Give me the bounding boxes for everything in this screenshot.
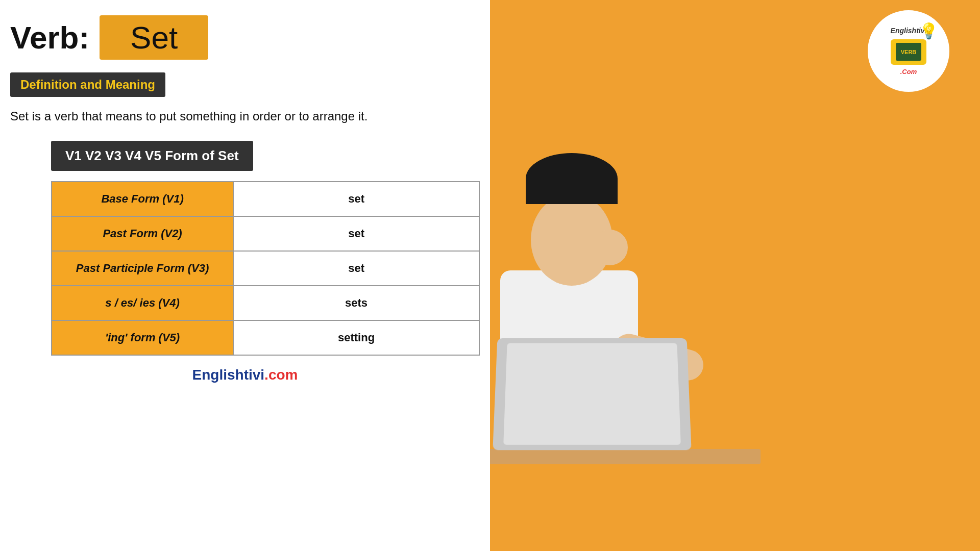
table-row: 'ing' form (V5)setting [52,320,479,355]
footer-brand-red: .com [264,367,298,383]
table-label-cell: Base Form (V1) [52,182,233,216]
logo-tv: VERB [891,39,926,65]
verb-label: Verb: [10,19,89,56]
person-figure-area [490,92,970,551]
table-label-cell: Past Form (V2) [52,216,233,251]
person-hand [592,230,628,265]
right-panel: Englishtivi VERB 💡 .Com [490,0,980,551]
verb-word-box: Set [100,15,208,60]
footer-brand: Englishtivi.com [10,367,480,383]
lightbulb-icon: 💡 [919,22,938,40]
table-label-cell: s / es/ ies (V4) [52,286,233,320]
laptop-body [493,338,691,450]
footer-brand-blue: Englishtivi [192,367,265,383]
verb-title-row: Verb: Set [10,15,480,60]
person-area [490,92,980,551]
verb-word: Set [130,20,178,55]
table-value-cell: setting [233,320,479,355]
logo-tv-screen: VERB [896,43,921,61]
table-value-cell: set [233,251,479,286]
logo-text-bottom: .Com [900,68,917,76]
definition-heading: Definition and Meaning [10,72,165,97]
logo-circle: Englishtivi VERB 💡 .Com [868,10,949,92]
desk-surface [490,449,761,464]
verb-forms-table: Base Form (V1)setPast Form (V2)setPast P… [51,181,480,356]
main-content: Verb: Set Definition and Meaning Set is … [0,0,490,551]
table-value-cell: set [233,182,479,216]
laptop-screen [503,343,681,445]
v-forms-heading: V1 V2 V3 V4 V5 Form of Set [51,141,253,171]
table-row: Base Form (V1)set [52,182,479,216]
table-value-cell: set [233,216,479,251]
person-hair [526,153,618,204]
table-row: s / es/ ies (V4)sets [52,286,479,320]
table-row: Past Form (V2)set [52,216,479,251]
definition-text: Set is a verb that means to put somethin… [10,107,480,126]
table-label-cell: 'ing' form (V5) [52,320,233,355]
logo-tv-text: VERB [901,49,917,55]
table-value-cell: sets [233,286,479,320]
table-label-cell: Past Participle Form (V3) [52,251,233,286]
table-row: Past Participle Form (V3)set [52,251,479,286]
